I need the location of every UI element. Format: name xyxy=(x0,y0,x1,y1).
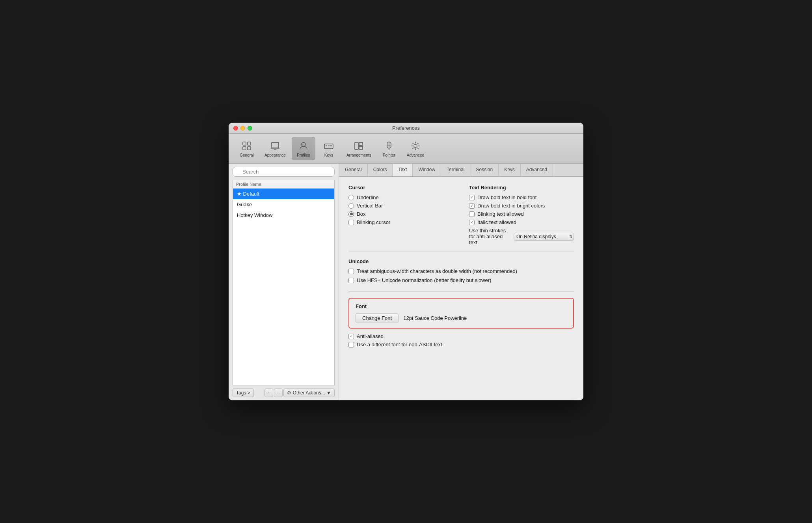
general-label: General xyxy=(240,153,254,157)
tab-session[interactable]: Session xyxy=(470,164,499,176)
italic-allowed-checkbox[interactable]: ✓ xyxy=(469,220,475,225)
non-ascii-checkbox[interactable] xyxy=(348,342,354,347)
arrangements-icon xyxy=(352,140,365,152)
bold-font-checkbox[interactable]: ✓ xyxy=(469,195,475,200)
hfs-normalization-option[interactable]: Use HFS+ Unicode normalization (better f… xyxy=(348,277,574,283)
unicode-section: Unicode Treat ambiguous-width characters… xyxy=(348,258,574,283)
ambiguous-checkbox[interactable] xyxy=(348,269,354,274)
svg-rect-3 xyxy=(248,147,251,150)
svg-rect-4 xyxy=(272,142,279,148)
non-ascii-option[interactable]: Use a different font for non-ASCII text xyxy=(348,342,574,347)
text-rendering-section: Text Rendering ✓ Draw bold text in bold … xyxy=(469,185,574,245)
hfs-normalization-label: Use HFS+ Unicode normalization (better f… xyxy=(357,277,491,283)
other-actions-label: ⚙ Other Actions... xyxy=(287,390,325,396)
cursor-box[interactable]: Box xyxy=(348,211,453,217)
unicode-title: Unicode xyxy=(348,258,574,264)
footer-actions: + − ⚙ Other Actions... ▼ xyxy=(264,389,335,397)
cursor-blinking-checkbox[interactable] xyxy=(348,220,354,225)
tabs-bar: General Colors Text Window Terminal Sess… xyxy=(339,164,583,177)
thin-strokes-select[interactable]: On Retina displays Never Always On non-R… xyxy=(514,233,574,241)
toolbar-item-appearance[interactable]: Appearance xyxy=(260,137,290,160)
bold-font-option[interactable]: ✓ Draw bold text in bold font xyxy=(469,194,574,200)
close-button[interactable] xyxy=(233,126,238,131)
toolbar-item-arrangements[interactable]: Arrangements xyxy=(342,137,376,160)
general-icon xyxy=(240,140,253,152)
ambiguous-option[interactable]: Treat ambiguous-width characters as doub… xyxy=(348,268,574,274)
cursor-title: Cursor xyxy=(348,185,453,191)
bold-font-label: Draw bold text in bold font xyxy=(477,194,536,200)
blinking-allowed-checkbox[interactable] xyxy=(469,211,475,217)
main-panel: General Colors Text Window Terminal Sess… xyxy=(339,164,583,400)
cursor-blinking-label: Blinking cursor xyxy=(357,219,390,225)
toolbar-item-keys[interactable]: ⌘ Keys xyxy=(317,137,341,160)
cursor-underline[interactable]: Underline xyxy=(348,194,453,200)
italic-allowed-label: Italic text allowed xyxy=(477,219,516,225)
svg-rect-10 xyxy=(328,145,330,146)
chevron-down-icon: ▼ xyxy=(326,390,331,396)
sidebar-footer: Tags > + − ⚙ Other Actions... ▼ xyxy=(229,385,339,400)
svg-rect-11 xyxy=(330,145,332,146)
toolbar-item-profiles[interactable]: Profiles xyxy=(292,137,315,160)
appearance-label: Appearance xyxy=(264,153,286,157)
panel-content: Cursor Underline Vertical Bar xyxy=(339,177,583,400)
profile-item-default[interactable]: ★ Default xyxy=(233,189,334,199)
minimize-button[interactable] xyxy=(240,126,245,131)
preferences-window: Preferences General Ap xyxy=(229,123,583,400)
profiles-icon xyxy=(297,140,310,152)
sidebar: 🔍 Profile Name ★ Default Guake Hotkey Wi… xyxy=(229,164,339,400)
cursor-box-label: Box xyxy=(357,211,365,217)
svg-rect-15 xyxy=(359,146,363,149)
anti-aliased-option[interactable]: ✓ Anti-aliased xyxy=(348,333,574,339)
remove-profile-button[interactable]: − xyxy=(274,389,283,397)
other-actions-button[interactable]: ⚙ Other Actions... ▼ xyxy=(283,389,335,397)
toolbar-item-general[interactable]: General xyxy=(235,137,259,160)
font-title: Font xyxy=(356,303,567,309)
cursor-box-radio[interactable] xyxy=(348,211,354,217)
anti-aliased-label: Anti-aliased xyxy=(357,333,384,339)
anti-aliased-checkbox[interactable]: ✓ xyxy=(348,334,354,339)
font-row: Change Font 12pt Sauce Code Powerline xyxy=(356,313,567,323)
hfs-normalization-checkbox[interactable] xyxy=(348,278,354,283)
text-rendering-options: ✓ Draw bold text in bold font ✓ Draw bol… xyxy=(469,194,574,245)
tags-button[interactable]: Tags > xyxy=(233,389,254,397)
tab-terminal[interactable]: Terminal xyxy=(441,164,470,176)
cursor-blinking[interactable]: Blinking cursor xyxy=(348,219,453,225)
pointer-icon xyxy=(383,140,395,152)
svg-rect-13 xyxy=(355,142,358,149)
thin-strokes-row: Use thin strokes for anti-aliased text O… xyxy=(469,228,574,245)
bold-bright-option[interactable]: ✓ Draw bold text in bright colors xyxy=(469,203,574,209)
tab-window[interactable]: Window xyxy=(413,164,441,176)
divider-2 xyxy=(348,291,574,291)
unicode-options: Treat ambiguous-width characters as doub… xyxy=(348,268,574,283)
svg-rect-14 xyxy=(359,142,363,146)
change-font-button[interactable]: Change Font xyxy=(356,313,399,323)
profile-item-guake[interactable]: Guake xyxy=(233,199,334,210)
cursor-underline-radio[interactable] xyxy=(348,195,354,200)
blinking-allowed-option[interactable]: Blinking text allowed xyxy=(469,211,574,217)
search-wrapper: 🔍 xyxy=(233,167,335,177)
tab-keys[interactable]: Keys xyxy=(499,164,521,176)
maximize-button[interactable] xyxy=(248,126,252,131)
main-content: 🔍 Profile Name ★ Default Guake Hotkey Wi… xyxy=(229,164,583,400)
tab-advanced[interactable]: Advanced xyxy=(521,164,553,176)
thin-strokes-select-wrapper: On Retina displays Never Always On non-R… xyxy=(514,233,574,241)
tab-general[interactable]: General xyxy=(339,164,368,176)
toolbar-item-pointer[interactable]: Pointer xyxy=(377,137,401,160)
toolbar-item-advanced[interactable]: Advanced xyxy=(402,137,428,160)
cursor-vertical-bar-radio[interactable] xyxy=(348,203,354,209)
divider-1 xyxy=(348,252,574,252)
cursor-vertical-bar[interactable]: Vertical Bar xyxy=(348,203,453,209)
profile-item-hotkey[interactable]: Hotkey Window xyxy=(233,210,334,220)
svg-point-20 xyxy=(414,144,417,148)
add-profile-button[interactable]: + xyxy=(264,389,273,397)
bold-bright-checkbox[interactable]: ✓ xyxy=(469,203,475,209)
svg-rect-6 xyxy=(274,149,276,150)
tab-colors[interactable]: Colors xyxy=(368,164,393,176)
thin-strokes-label: Use thin strokes for anti-aliased text xyxy=(469,228,510,245)
search-input[interactable] xyxy=(233,167,335,177)
top-section: Cursor Underline Vertical Bar xyxy=(348,185,574,245)
titlebar: Preferences xyxy=(229,123,583,134)
font-options: ✓ Anti-aliased Use a different font for … xyxy=(348,333,574,347)
italic-allowed-option[interactable]: ✓ Italic text allowed xyxy=(469,219,574,225)
tab-text[interactable]: Text xyxy=(393,164,413,176)
